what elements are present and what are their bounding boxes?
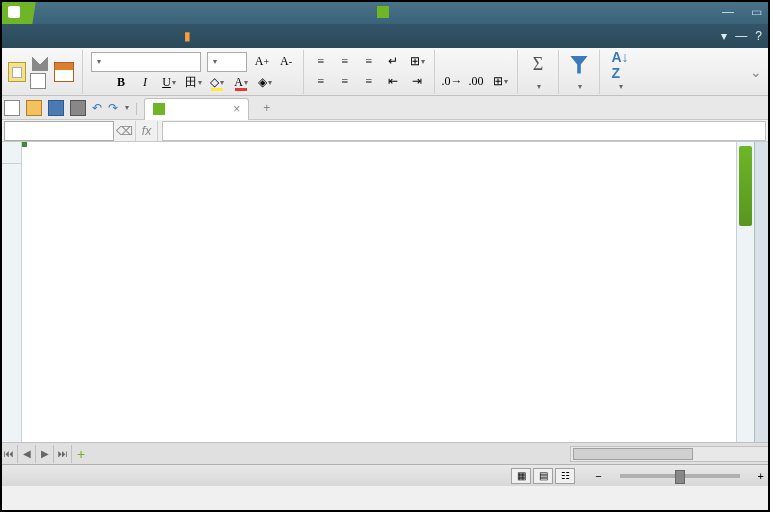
- decrease-font-icon[interactable]: A-: [277, 53, 295, 71]
- indent-inc-icon[interactable]: ⇥: [408, 73, 426, 91]
- select-all-corner[interactable]: [0, 142, 21, 164]
- fill-color-button[interactable]: ◇▾: [208, 74, 226, 92]
- ribbon: ▾ ▾ A+ A- B I U▾ 田▾ ◇▾ A▾ ◈▾ ≡ ≡ ≡ ↵ ⊞▾ …: [0, 48, 770, 96]
- autosum-group: Σ ▾: [518, 50, 559, 94]
- wps-icon: [153, 103, 165, 115]
- close-tab-icon[interactable]: ×: [233, 102, 240, 116]
- sort-icon[interactable]: A↓Z: [608, 53, 632, 77]
- add-sheet-icon[interactable]: +: [72, 445, 90, 463]
- wps-icon: [377, 6, 389, 18]
- tab-nav-last-icon[interactable]: ⏭: [54, 445, 72, 463]
- underline-button[interactable]: U▾: [160, 74, 178, 92]
- view-page-icon[interactable]: ▤: [533, 468, 553, 484]
- minimize-ribbon-icon[interactable]: —: [735, 29, 747, 43]
- format-painter-icon[interactable]: [54, 62, 74, 82]
- clear-format-button[interactable]: ◈▾: [256, 74, 274, 92]
- fx-icon[interactable]: fx: [136, 121, 158, 141]
- clipboard-group: [0, 50, 83, 94]
- autofilter-label: ▾: [577, 79, 582, 91]
- align-group: ≡ ≡ ≡ ↵ ⊞▾ ≡ ≡ ≡ ⇤ ⇥: [304, 50, 435, 94]
- qat-more-icon[interactable]: ▾: [125, 103, 129, 112]
- align-bottom-icon[interactable]: ≡: [360, 53, 378, 71]
- funnel-icon[interactable]: [567, 53, 591, 77]
- document-tab[interactable]: ×: [144, 98, 249, 120]
- comma-button[interactable]: [491, 53, 509, 71]
- merge-icon[interactable]: ⊞▾: [408, 53, 426, 71]
- pane-collapse[interactable]: [754, 142, 770, 486]
- redo-icon[interactable]: ↷: [108, 101, 118, 115]
- chevron-down-icon[interactable]: ▾: [721, 29, 727, 43]
- zoom-out-icon[interactable]: −: [595, 470, 601, 482]
- new-icon[interactable]: [4, 100, 20, 116]
- tab-nav-prev-icon[interactable]: ◀: [18, 445, 36, 463]
- undo-icon[interactable]: ↶: [92, 101, 102, 115]
- row-headers: [0, 142, 22, 486]
- cell-cursor: [22, 142, 26, 146]
- sort-group: A↓Z ▾: [600, 50, 640, 94]
- paste-icon[interactable]: [8, 62, 26, 82]
- add-tab-icon[interactable]: +: [255, 101, 278, 115]
- decrease-decimal-icon[interactable]: .00: [467, 73, 485, 91]
- menu-bar: ▮ ▾ — ?: [0, 24, 770, 48]
- font-family-select[interactable]: ▾: [91, 52, 201, 72]
- percent-button[interactable]: [467, 53, 485, 71]
- font-group: ▾ ▾ A+ A- B I U▾ 田▾ ◇▾ A▾ ◈▾: [83, 50, 304, 94]
- cut-icon[interactable]: [32, 55, 48, 71]
- sheet-area: ⏮ ◀ ▶ ⏭ + ▦ ▤ ☷ − +: [0, 142, 770, 486]
- autofilter-group: ▾: [559, 50, 600, 94]
- currency-button[interactable]: [443, 53, 461, 71]
- align-right-icon[interactable]: ≡: [360, 73, 378, 91]
- tab-nav-next-icon[interactable]: ▶: [36, 445, 54, 463]
- menu-office-space[interactable]: ▮: [184, 29, 191, 43]
- doc-title: [377, 6, 393, 18]
- align-top-icon[interactable]: ≡: [312, 53, 330, 71]
- ribbon-collapse-icon[interactable]: ⌄: [748, 64, 770, 80]
- cancel-formula-icon[interactable]: ⌫: [114, 121, 136, 141]
- align-middle-icon[interactable]: ≡: [336, 53, 354, 71]
- vertical-scrollbar[interactable]: [736, 142, 754, 486]
- view-normal-icon[interactable]: ▦: [511, 468, 531, 484]
- number-group: .0→ .00 ⊞▾: [435, 50, 518, 94]
- name-box[interactable]: [4, 121, 114, 141]
- sheet-tab-bar: ⏮ ◀ ▶ ⏭ +: [0, 442, 770, 464]
- number-format-icon[interactable]: ⊞▾: [491, 73, 509, 91]
- maximize-button[interactable]: ▭: [742, 0, 770, 24]
- indent-dec-icon[interactable]: ⇤: [384, 73, 402, 91]
- align-left-icon[interactable]: ≡: [312, 73, 330, 91]
- quick-access-toolbar: ↶ ↷ ▾ | × +: [0, 96, 770, 120]
- print-icon[interactable]: [70, 100, 86, 116]
- minimize-button[interactable]: —: [714, 0, 742, 24]
- status-bar: ▦ ▤ ☷ − +: [0, 464, 770, 486]
- formula-bar: ⌫ fx: [0, 120, 770, 142]
- font-size-select[interactable]: ▾: [207, 52, 247, 72]
- horizontal-scrollbar[interactable]: [570, 446, 770, 462]
- zoom-slider[interactable]: [620, 474, 740, 478]
- sigma-icon[interactable]: Σ: [526, 53, 550, 77]
- app-badge: [0, 0, 36, 24]
- italic-button[interactable]: I: [136, 74, 154, 92]
- autosum-label: ▾: [536, 79, 541, 91]
- open-icon[interactable]: [26, 100, 42, 116]
- title-bar: — ▭: [0, 0, 770, 24]
- view-break-icon[interactable]: ☷: [555, 468, 575, 484]
- border-button[interactable]: 田▾: [184, 74, 202, 92]
- save-icon[interactable]: [48, 100, 64, 116]
- wrap-text-icon[interactable]: ↵: [384, 53, 402, 71]
- increase-font-icon[interactable]: A+: [253, 53, 271, 71]
- sort-label: ▾: [618, 79, 623, 91]
- formula-input[interactable]: [162, 121, 766, 141]
- bold-button[interactable]: B: [112, 74, 130, 92]
- tab-nav-first-icon[interactable]: ⏮: [0, 445, 18, 463]
- font-color-button[interactable]: A▾: [232, 74, 250, 92]
- help-icon[interactable]: ?: [755, 29, 762, 43]
- zoom-in-icon[interactable]: +: [758, 470, 764, 482]
- increase-decimal-icon[interactable]: .0→: [443, 73, 461, 91]
- copy-icon[interactable]: [32, 75, 46, 89]
- align-center-icon[interactable]: ≡: [336, 73, 354, 91]
